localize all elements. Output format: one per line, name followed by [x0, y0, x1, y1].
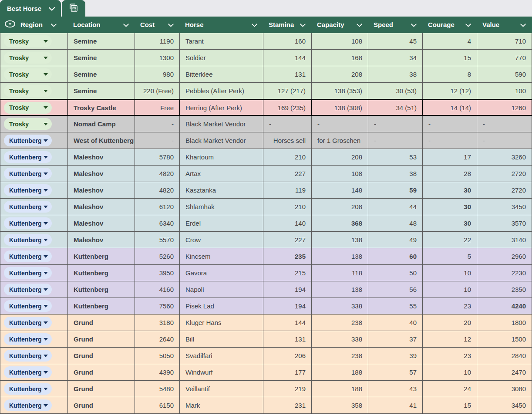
cell-value[interactable]: 100: [477, 83, 532, 99]
cell-location[interactable]: Semine: [68, 50, 135, 66]
cell-speed[interactable]: 39: [368, 348, 423, 364]
cell-location[interactable]: West of Kuttenberg: [68, 132, 135, 149]
cell-horse[interactable]: Gavora: [180, 265, 263, 281]
cell-value[interactable]: 1800: [477, 315, 532, 331]
cell-horse[interactable]: Black Market Vendor: [180, 116, 263, 132]
cell-region[interactable]: Trosky: [0, 33, 68, 49]
cell-horse[interactable]: Shlamhak: [180, 199, 263, 215]
region-dropdown-chip[interactable]: Kuttenberg: [4, 151, 52, 163]
cell-speed[interactable]: 49: [368, 232, 423, 248]
cell-stamina[interactable]: 219: [263, 381, 312, 397]
cell-value[interactable]: -: [477, 132, 532, 149]
cell-value[interactable]: 2720: [477, 166, 532, 182]
cell-region[interactable]: Kuttenberg: [0, 215, 68, 231]
cell-capacity[interactable]: 168: [312, 50, 368, 66]
sheet-tab-grid[interactable]: [62, 0, 85, 17]
region-dropdown-chip[interactable]: Kuttenberg: [4, 317, 52, 328]
cell-speed[interactable]: 53: [368, 149, 423, 165]
region-dropdown-chip[interactable]: Trosky: [4, 52, 52, 64]
region-dropdown-chip[interactable]: Trosky: [4, 118, 52, 130]
cell-stamina[interactable]: 131: [263, 66, 312, 82]
cell-courage[interactable]: 8: [423, 66, 477, 82]
cell-value[interactable]: 2470: [477, 364, 532, 380]
region-dropdown-chip[interactable]: Kuttenberg: [4, 333, 52, 345]
region-dropdown-chip[interactable]: Kuttenberg: [4, 135, 52, 146]
cell-speed[interactable]: 48: [368, 215, 423, 231]
cell-value[interactable]: 590: [477, 66, 532, 82]
cell-courage[interactable]: 12: [423, 331, 477, 347]
cell-stamina[interactable]: 194: [263, 281, 312, 298]
region-dropdown-chip[interactable]: Kuttenberg: [4, 284, 52, 295]
cell-location[interactable]: Semine: [68, 66, 135, 82]
cell-stamina[interactable]: 160: [263, 33, 312, 49]
region-dropdown-chip[interactable]: Kuttenberg: [4, 217, 52, 229]
cell-value[interactable]: 2720: [477, 182, 532, 198]
cell-cost[interactable]: 4160: [135, 281, 180, 298]
cell-cost[interactable]: 220 (Free): [135, 83, 180, 99]
cell-courage[interactable]: 30: [423, 182, 477, 198]
cell-location[interactable]: Maleshov: [68, 182, 135, 198]
cell-region[interactable]: Kuttenberg: [0, 132, 68, 149]
cell-region[interactable]: Kuttenberg: [0, 381, 68, 397]
cell-courage[interactable]: -: [423, 132, 477, 149]
cell-horse[interactable]: Bitterklee: [180, 66, 263, 82]
cell-capacity[interactable]: 108: [312, 166, 368, 182]
cell-courage[interactable]: 30: [423, 199, 477, 215]
cell-speed[interactable]: 55: [368, 298, 423, 314]
cell-location[interactable]: Semine: [68, 83, 135, 99]
cell-courage[interactable]: 10: [423, 265, 477, 281]
cell-location[interactable]: Grund: [68, 315, 135, 331]
cell-stamina[interactable]: 210: [263, 149, 312, 165]
cell-capacity[interactable]: 138: [312, 232, 368, 248]
cell-region[interactable]: Kuttenberg: [0, 182, 68, 198]
cell-location[interactable]: Trosky Castle: [68, 100, 135, 115]
cell-speed[interactable]: 30 (53): [368, 83, 423, 99]
column-header-cost[interactable]: Cost: [135, 17, 180, 33]
cell-stamina[interactable]: 127 (217): [263, 83, 312, 99]
cell-location[interactable]: Kuttenberg: [68, 248, 135, 264]
cell-cost[interactable]: 2640: [135, 331, 180, 347]
column-header-speed[interactable]: Speed: [368, 17, 423, 33]
cell-location[interactable]: Grund: [68, 348, 135, 364]
cell-capacity[interactable]: for 1 Groschen: [312, 132, 368, 149]
cell-stamina[interactable]: Horses sell: [263, 132, 312, 149]
cell-location[interactable]: Grund: [68, 331, 135, 347]
cell-speed[interactable]: 38: [368, 66, 423, 82]
region-dropdown-chip[interactable]: Kuttenberg: [4, 201, 52, 213]
region-dropdown-chip[interactable]: Kuttenberg: [4, 383, 52, 395]
column-header-horse[interactable]: Horse: [180, 17, 263, 33]
cell-region[interactable]: Trosky: [0, 116, 68, 132]
cell-horse[interactable]: Black Market Vendor: [180, 132, 263, 149]
cell-cost[interactable]: 4820: [135, 182, 180, 198]
column-header-value[interactable]: Value: [477, 17, 532, 33]
cell-region[interactable]: Kuttenberg: [0, 232, 68, 248]
cell-courage[interactable]: 12 (12): [423, 83, 477, 99]
cell-courage[interactable]: 22: [423, 232, 477, 248]
cell-stamina[interactable]: 131: [263, 331, 312, 347]
region-dropdown-chip[interactable]: Kuttenberg: [4, 350, 52, 362]
cell-cost[interactable]: Free: [135, 100, 180, 115]
cell-capacity[interactable]: 238: [312, 315, 368, 331]
cell-speed[interactable]: 41: [368, 397, 423, 413]
cell-region[interactable]: Kuttenberg: [0, 265, 68, 281]
cell-speed[interactable]: 40: [368, 315, 423, 331]
cell-capacity[interactable]: 138: [312, 281, 368, 298]
cell-cost[interactable]: 5260: [135, 248, 180, 264]
cell-horse[interactable]: Veillantif: [180, 381, 263, 397]
cell-cost[interactable]: 980: [135, 66, 180, 82]
cell-region[interactable]: Trosky: [0, 83, 68, 99]
region-dropdown-chip[interactable]: Kuttenberg: [4, 267, 52, 279]
cell-courage[interactable]: 14 (14): [423, 100, 477, 115]
cell-region[interactable]: Kuttenberg: [0, 166, 68, 182]
cell-cost[interactable]: 5050: [135, 348, 180, 364]
cell-location[interactable]: Kuttenberg: [68, 281, 135, 298]
cell-stamina[interactable]: 119: [263, 182, 312, 198]
cell-courage[interactable]: 10: [423, 281, 477, 298]
cell-horse[interactable]: Pebbles (After Perk): [180, 83, 263, 99]
cell-cost[interactable]: 5780: [135, 149, 180, 165]
cell-courage[interactable]: 20: [423, 315, 477, 331]
cell-value[interactable]: 2960: [477, 248, 532, 264]
cell-region[interactable]: Kuttenberg: [0, 199, 68, 215]
cell-capacity[interactable]: 188: [312, 364, 368, 380]
cell-cost[interactable]: 5570: [135, 232, 180, 248]
